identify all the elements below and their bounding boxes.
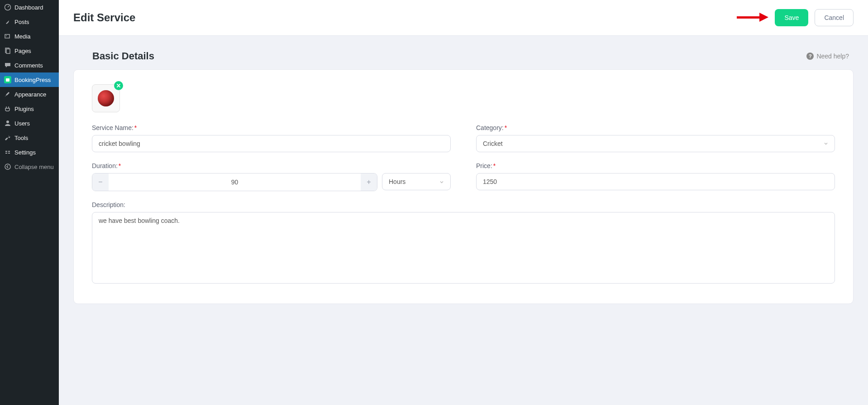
sidebar-item-users[interactable]: Users bbox=[0, 116, 59, 130]
sidebar-item-label: BookingPress bbox=[14, 77, 51, 83]
service-name-label: Service Name:* bbox=[92, 124, 451, 131]
help-icon: ? bbox=[806, 53, 814, 60]
cancel-button[interactable]: Cancel bbox=[815, 9, 854, 26]
duration-decrement-button[interactable]: − bbox=[92, 174, 109, 191]
media-icon bbox=[4, 32, 12, 40]
sidebar-item-label: Pages bbox=[14, 48, 31, 54]
required-asterisk: * bbox=[505, 124, 507, 131]
duration-stepper: − + bbox=[92, 173, 377, 191]
remove-image-button[interactable] bbox=[114, 81, 123, 90]
required-asterisk: * bbox=[134, 124, 137, 131]
service-name-input[interactable] bbox=[92, 135, 451, 152]
section-header: Basic Details ? Need help? bbox=[92, 50, 849, 62]
dashboard-icon bbox=[4, 3, 12, 11]
sidebar-item-label: Comments bbox=[14, 62, 43, 69]
topbar-actions: Save Cancel bbox=[737, 9, 854, 26]
sidebar-item-label: Tools bbox=[14, 135, 28, 141]
bookingpress-icon bbox=[4, 76, 12, 84]
sidebar-item-posts[interactable]: Posts bbox=[0, 14, 59, 29]
duration-increment-button[interactable]: + bbox=[361, 174, 377, 191]
brush-icon bbox=[4, 90, 12, 98]
duration-unit-select[interactable]: Hours bbox=[382, 173, 451, 190]
sidebar-item-comments[interactable]: Comments bbox=[0, 58, 59, 72]
svg-rect-5 bbox=[6, 78, 10, 82]
sidebar-item-media[interactable]: Media bbox=[0, 29, 59, 43]
svg-rect-1 bbox=[5, 34, 10, 38]
sidebar-item-plugins[interactable]: Plugins bbox=[0, 101, 59, 116]
sidebar-item-dashboard[interactable]: Dashboard bbox=[0, 0, 59, 14]
sidebar-item-settings[interactable]: Settings bbox=[0, 145, 59, 159]
svg-rect-4 bbox=[6, 49, 10, 53]
topbar: Edit Service Save Cancel bbox=[59, 0, 868, 36]
collapse-icon bbox=[4, 163, 12, 171]
sidebar-item-label: Appearance bbox=[14, 91, 46, 98]
sidebar-item-label: Posts bbox=[14, 19, 29, 25]
sidebar-item-tools[interactable]: Tools bbox=[0, 130, 59, 145]
sidebar-item-pages[interactable]: Pages bbox=[0, 43, 59, 58]
save-button[interactable]: Save bbox=[775, 9, 808, 26]
category-select[interactable]: Cricket bbox=[476, 135, 835, 152]
service-image-preview bbox=[98, 90, 114, 106]
price-label: Price:* bbox=[476, 162, 835, 169]
category-label: Category:* bbox=[476, 124, 835, 131]
svg-rect-8 bbox=[8, 151, 10, 152]
comments-icon bbox=[4, 61, 12, 69]
close-icon bbox=[116, 83, 121, 88]
content: Basic Details ? Need help? Service Name:… bbox=[59, 36, 868, 318]
service-image-upload[interactable] bbox=[92, 84, 120, 112]
required-asterisk: * bbox=[493, 162, 496, 169]
svg-rect-9 bbox=[5, 153, 7, 154]
sidebar-item-label: Media bbox=[14, 33, 30, 40]
sidebar-collapse[interactable]: Collapse menu bbox=[0, 159, 59, 174]
required-asterisk: * bbox=[119, 162, 121, 169]
settings-icon bbox=[4, 148, 12, 156]
help-link[interactable]: ? Need help? bbox=[806, 53, 849, 60]
pages-icon bbox=[4, 47, 12, 55]
page-title: Edit Service bbox=[73, 11, 135, 24]
help-label: Need help? bbox=[816, 53, 849, 60]
wp-admin-sidebar: Dashboard Posts Media Pages Comments Boo… bbox=[0, 0, 59, 405]
sidebar-item-bookingpress[interactable]: BookingPress bbox=[0, 72, 59, 87]
section-title: Basic Details bbox=[92, 50, 154, 62]
svg-rect-7 bbox=[5, 151, 7, 152]
svg-point-2 bbox=[6, 35, 7, 36]
sidebar-item-appearance[interactable]: Appearance bbox=[0, 87, 59, 101]
sidebar-item-label: Plugins bbox=[14, 106, 34, 112]
annotation-arrow bbox=[737, 14, 768, 21]
duration-label: Duration:* bbox=[92, 162, 451, 169]
basic-details-card: Service Name:* Category:* Cricket bbox=[73, 69, 854, 304]
sidebar-item-label: Users bbox=[14, 120, 30, 127]
tools-icon bbox=[4, 134, 12, 142]
description-label: Description: bbox=[92, 201, 835, 208]
price-input[interactable] bbox=[476, 173, 835, 190]
duration-input[interactable] bbox=[109, 174, 361, 191]
main-area: Edit Service Save Cancel Basic Details ?… bbox=[59, 0, 868, 405]
svg-point-11 bbox=[5, 164, 10, 169]
description-textarea[interactable] bbox=[92, 212, 835, 284]
users-icon bbox=[4, 119, 12, 127]
sidebar-item-label: Settings bbox=[14, 149, 36, 156]
sidebar-item-label: Collapse menu bbox=[14, 164, 54, 170]
pin-icon bbox=[4, 18, 12, 26]
svg-point-6 bbox=[6, 121, 9, 123]
plug-icon bbox=[4, 105, 12, 113]
svg-rect-10 bbox=[8, 153, 10, 154]
sidebar-item-label: Dashboard bbox=[14, 4, 43, 11]
